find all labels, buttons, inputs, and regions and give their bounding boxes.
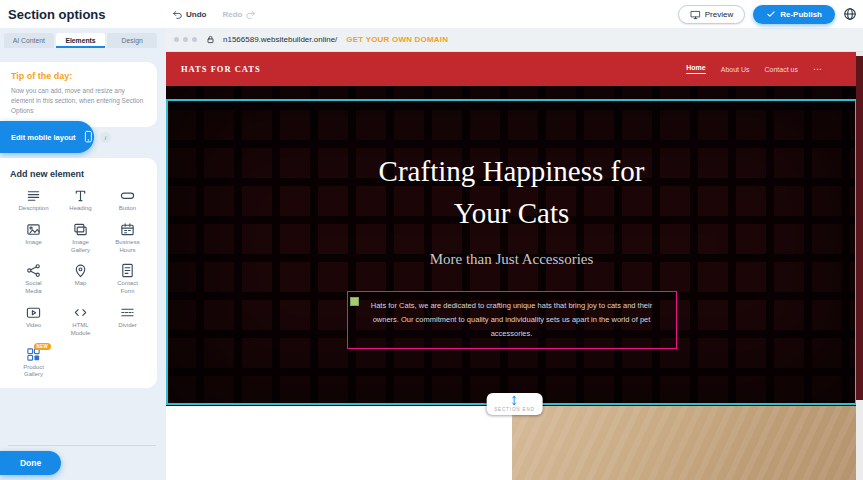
- monitor-icon: [690, 9, 701, 20]
- undo-button[interactable]: Undo: [172, 9, 206, 20]
- element-drag-handle[interactable]: [350, 297, 359, 306]
- sidebar-divider: [8, 445, 156, 446]
- window-control-dot: [174, 37, 179, 42]
- nav-more-icon[interactable]: ⋯: [813, 64, 822, 74]
- tab-elements[interactable]: Elements: [56, 33, 106, 48]
- hero-text-element[interactable]: Hats for Cats, we are dedicated to craft…: [347, 291, 677, 349]
- sidebar: AI Content Elements Design Tip of the da…: [0, 28, 166, 480]
- section-end-handle[interactable]: SECTION END: [486, 393, 543, 415]
- element-social-media[interactable]: Social Media: [10, 263, 57, 296]
- panel-title: Add new element: [10, 169, 151, 179]
- element-grid: Description Heading Button Image: [10, 188, 151, 379]
- phone-icon: [82, 129, 94, 145]
- element-product-gallery[interactable]: NEW Product Gallery: [10, 347, 57, 380]
- element-divider[interactable]: Divider: [104, 305, 151, 338]
- element-html-module[interactable]: HTML Module: [57, 305, 104, 338]
- sidebar-tabs: AI Content Elements Design: [0, 28, 166, 48]
- hero-content: Crafting Happiness for Your Cats More th…: [166, 86, 857, 406]
- language-globe-button[interactable]: [843, 7, 857, 21]
- button-icon: [120, 188, 135, 203]
- image-icon: [26, 222, 41, 237]
- app-topbar: Section options Undo Redo Preview Re-P: [0, 0, 863, 28]
- map-pin-icon: [73, 263, 88, 278]
- window-control-dot: [183, 37, 188, 42]
- element-image[interactable]: Image: [10, 222, 57, 255]
- republish-label: Re-Publish: [780, 10, 822, 19]
- business-hours-icon: [120, 222, 135, 237]
- tip-body: Now you can add, move and resize any ele…: [11, 86, 146, 116]
- hero-section[interactable]: Crafting Happiness for Your Cats More th…: [166, 86, 863, 406]
- preview-area: n1566589.websitebuilder.online/ GET YOUR…: [166, 28, 863, 480]
- element-heading[interactable]: Heading: [57, 188, 104, 213]
- new-badge: NEW: [34, 343, 51, 350]
- edit-mobile-label: Edit mobile layout: [11, 133, 76, 142]
- hero-title[interactable]: Crafting Happiness for Your Cats: [352, 150, 672, 234]
- heading-icon: [73, 188, 88, 203]
- divider-icon: [120, 305, 135, 320]
- redo-label: Redo: [222, 10, 242, 19]
- undo-icon: [172, 9, 183, 20]
- element-button[interactable]: Button: [104, 188, 151, 213]
- element-image-gallery[interactable]: Image Gallery: [57, 222, 104, 255]
- redo-button[interactable]: Redo: [222, 9, 256, 20]
- topbar-actions: Preview Re-Publish: [678, 5, 857, 24]
- site-url: n1566589.websitebuilder.online/: [223, 35, 337, 44]
- hero-subtitle[interactable]: More than Just Accessories: [430, 251, 594, 268]
- page-title: Section options: [8, 7, 106, 22]
- preview-label: Preview: [705, 10, 733, 19]
- element-business-hours[interactable]: Business Hours: [104, 222, 151, 255]
- scrollbar-thumb[interactable]: [856, 56, 863, 400]
- site-nav: Home About Us Contact us ⋯: [686, 64, 848, 74]
- video-icon: [26, 305, 41, 320]
- element-video[interactable]: Video: [10, 305, 57, 338]
- resize-vertical-icon: [510, 395, 519, 406]
- site-header: HATS FOR CATS Home About Us Contact us ⋯: [166, 52, 863, 86]
- contact-form-icon: [120, 263, 135, 278]
- site-logo[interactable]: HATS FOR CATS: [181, 64, 261, 74]
- social-media-icon: [26, 263, 41, 278]
- element-map[interactable]: Map: [57, 263, 104, 296]
- tab-ai-content[interactable]: AI Content: [4, 33, 54, 48]
- edit-mobile-layout-button[interactable]: Edit mobile layout: [0, 121, 94, 153]
- preview-button[interactable]: Preview: [678, 5, 745, 24]
- get-domain-link[interactable]: GET YOUR OWN DOMAIN: [346, 35, 448, 44]
- history-controls: Undo Redo: [172, 9, 256, 20]
- lock-icon: [206, 35, 215, 44]
- info-icon[interactable]: i: [100, 132, 111, 143]
- nav-about-us[interactable]: About Us: [721, 66, 750, 73]
- element-description[interactable]: Description: [10, 188, 57, 213]
- done-button[interactable]: Done: [0, 451, 61, 475]
- nav-home[interactable]: Home: [686, 64, 705, 74]
- next-section: [166, 406, 863, 480]
- hero-body-text: Hats for Cats, we are dedicated to craft…: [371, 301, 652, 338]
- add-element-panel: Add new element Description Heading Butt…: [0, 158, 157, 388]
- window-control-dot: [192, 37, 197, 42]
- element-contact-form[interactable]: Contact Form: [104, 263, 151, 296]
- redo-icon: [245, 9, 256, 20]
- tab-design[interactable]: Design: [107, 33, 157, 48]
- republish-button[interactable]: Re-Publish: [753, 5, 835, 24]
- code-icon: [73, 305, 88, 320]
- description-icon: [26, 188, 41, 203]
- section-end-pill: SECTION END: [486, 393, 543, 415]
- image-gallery-icon: [73, 222, 88, 237]
- undo-label: Undo: [186, 10, 206, 19]
- next-section-image[interactable]: [512, 406, 857, 480]
- section-end-label: SECTION END: [494, 407, 535, 412]
- browser-chrome: n1566589.websitebuilder.online/ GET YOUR…: [166, 28, 863, 52]
- tip-title: Tip of the day:: [11, 71, 146, 81]
- tip-card: Tip of the day: Now you can add, move an…: [0, 62, 157, 127]
- check-icon: [766, 9, 776, 19]
- nav-contact-us[interactable]: Contact us: [765, 66, 798, 73]
